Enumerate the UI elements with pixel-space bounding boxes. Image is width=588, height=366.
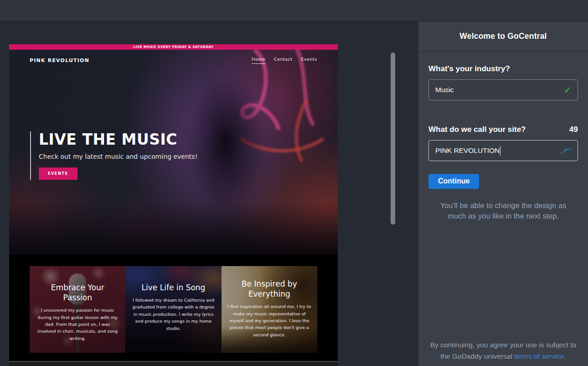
text-caret: [500, 146, 500, 156]
industry-input[interactable]: [435, 86, 560, 94]
column-title: Be Inspired by Everything: [227, 279, 311, 299]
panel-header: Welcome to GoCentral: [418, 21, 588, 52]
preview-nav-home[interactable]: Home: [252, 57, 265, 64]
promo-banner: LIVE MUSIC EVERY FRIDAY & SATURDAY: [9, 44, 338, 50]
preview-nav-events[interactable]: Events: [301, 57, 317, 64]
gocentral-onboarding: LIVE MUSIC EVERY FRIDAY & SATURDAY PINK …: [0, 0, 588, 366]
site-name-label: What do we call your site?: [428, 125, 526, 134]
terms-footer: By continuing, you agree your use is sub…: [425, 340, 582, 362]
panel-title: Welcome to GoCentral: [459, 31, 547, 41]
feature-column-song: Live Life in Song I followed my dream to…: [125, 266, 221, 353]
char-counter: 49: [569, 125, 578, 134]
preview-nav: Home Contact Events: [252, 57, 317, 64]
preview-site-header: PINK REVOLUTION Home Contact Events: [9, 50, 338, 71]
continue-button[interactable]: Continue: [428, 174, 479, 189]
site-preview: LIVE MUSIC EVERY FRIDAY & SATURDAY PINK …: [9, 44, 338, 366]
section-spacer: [9, 353, 338, 361]
feature-columns: Embrace Your Passion I uncovered my pass…: [30, 266, 317, 353]
hero-copy: LIVE THE MUSIC Check out my latest music…: [30, 131, 197, 180]
onboarding-panel: Welcome to GoCentral What's your industr…: [418, 21, 588, 366]
quill-icon: [560, 147, 571, 154]
column-title: Live Life in Song: [131, 282, 215, 293]
hero-title: LIVE THE MUSIC: [39, 131, 197, 148]
terms-of-service-link[interactable]: terms of service: [514, 352, 564, 360]
next-section-top: [9, 362, 338, 366]
preview-site-name: PINK REVOLUTION: [30, 58, 89, 63]
singer-silhouette: [186, 74, 264, 211]
hero-section: PINK REVOLUTION Home Contact Events LIVE…: [9, 50, 338, 255]
column-body: I uncovered my passion for music during …: [36, 307, 119, 342]
feature-column-passion: Embrace Your Passion I uncovered my pass…: [30, 266, 125, 353]
industry-field[interactable]: ✓: [428, 79, 578, 100]
column-body: I followed my dream to California and gr…: [131, 297, 215, 332]
industry-label: What's your industry?: [428, 64, 510, 73]
panel-body: What's your industry? ✓ What do we call …: [418, 52, 588, 222]
top-chrome-bar: [0, 0, 588, 21]
preview-scrollbar-thumb[interactable]: [391, 52, 395, 225]
site-name-field[interactable]: PINK REVOLUTION: [428, 140, 578, 161]
site-name-value[interactable]: PINK REVOLUTION: [435, 146, 500, 155]
column-body: I find inspiration all around me. I try …: [227, 303, 311, 338]
hero-subtitle: Check out my latest music and upcoming e…: [39, 153, 197, 160]
valid-check-icon: ✓: [564, 85, 571, 95]
hero-events-button[interactable]: EVENTS: [39, 167, 77, 180]
section-spacer: [9, 255, 338, 266]
terms-text-post: .: [564, 352, 566, 360]
column-title: Embrace Your Passion: [36, 282, 119, 303]
preview-nav-contact[interactable]: Contact: [274, 57, 293, 64]
feature-column-inspired: Be Inspired by Everything I find inspira…: [222, 266, 317, 353]
design-note: You'll be able to change the design as m…: [428, 200, 578, 222]
